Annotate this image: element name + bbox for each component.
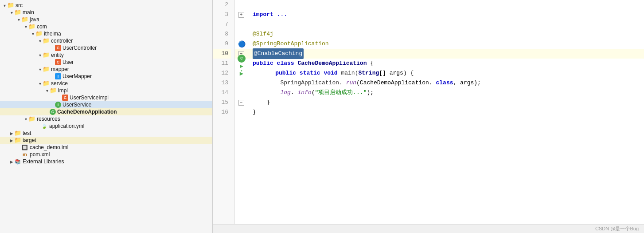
gutter-3[interactable]: +: [235, 10, 248, 20]
tree-item-applicationyml[interactable]: 🍃 application.yml: [0, 122, 212, 130]
type-string: String: [358, 68, 379, 78]
tree-item-test[interactable]: ▶ 📁 test: [0, 130, 212, 137]
import-dots: ...: [277, 10, 287, 20]
tree-label-cachedemoapplication: CacheDemoApplication: [57, 109, 117, 115]
tree-arrow-src[interactable]: ▾: [2, 3, 7, 8]
line-num-8: 8: [213, 29, 231, 39]
tree-arrow-service[interactable]: ▾: [37, 81, 43, 86]
line-num-3: 3: [213, 10, 231, 20]
tree-arrow-com[interactable]: ▾: [23, 24, 28, 29]
tree-label-pomxml: pom.xml: [30, 151, 50, 158]
tree-item-com[interactable]: ▾ 📁 com: [0, 23, 212, 30]
log-end: );: [367, 88, 374, 98]
gutter-11[interactable]: C ▶ ▾: [235, 59, 248, 68]
run-icon-12[interactable]: ▶: [240, 70, 243, 77]
tree-item-cachedemoapplication[interactable]: C CacheDemoApplication: [0, 108, 212, 115]
class-icon-userserviceimpl: C: [62, 95, 68, 101]
tree-arrow-entity[interactable]: ▾: [37, 53, 43, 58]
tree-arrow-impl[interactable]: ▾: [44, 88, 50, 93]
gutter-16: [235, 107, 248, 117]
kw-public-12: public: [262, 68, 300, 78]
tree-arrow-java[interactable]: ▾: [16, 17, 21, 22]
line-num-2: 2: [213, 0, 231, 10]
tree-item-usercontroller[interactable]: C UserController: [0, 44, 212, 51]
tree-arrow-main[interactable]: ▾: [9, 10, 14, 15]
folder-icon-extlib: 📚: [14, 158, 21, 165]
tree-label-userserviceimpl: UserServiceImpl: [70, 95, 109, 101]
folder-icon-service: 📁: [43, 80, 50, 87]
tree-item-cachedemo-iml[interactable]: 🔲 cache_demo.iml: [0, 144, 212, 151]
line-num-13: 13: [213, 78, 231, 88]
tree-item-controller[interactable]: ▾ 📁 controller: [0, 37, 212, 44]
gutter-12[interactable]: ▶: [235, 68, 248, 78]
tree-arrow-test[interactable]: ▶: [9, 131, 14, 136]
tree-label-cachedemoiml: cache_demo.iml: [30, 144, 68, 150]
code-line-10: @EnableCaching: [248, 49, 644, 59]
close-brace-15: }: [253, 98, 270, 107]
folder-icon-test: 📁: [14, 130, 21, 136]
maven-icon: m: [21, 151, 28, 158]
tree-arrow-itheima[interactable]: ▾: [30, 32, 35, 36]
gutter-15[interactable]: −: [235, 98, 248, 107]
annotation-springboot: @SpringBootApplication: [253, 39, 329, 49]
yaml-icon: 🍃: [41, 123, 48, 129]
class-icon-userservice: I: [55, 102, 61, 108]
tree-item-userservice[interactable]: I UserService: [0, 101, 212, 108]
tree-arrow-resources[interactable]: ▾: [23, 117, 28, 122]
method-main: main(: [341, 68, 358, 78]
line-num-9: 9: [213, 39, 231, 49]
class-icon-usercontroller: C: [55, 45, 61, 51]
tree-label-main: main: [23, 9, 34, 16]
kw-class-11: class: [277, 59, 298, 68]
line-num-16: 16: [213, 107, 231, 117]
tree-item-itheima[interactable]: ▾ 📁 itheima: [0, 30, 212, 37]
folder-icon-resources: 📁: [28, 116, 35, 122]
run-args-end: , args);: [453, 78, 481, 88]
tree-label-user: User: [62, 59, 74, 65]
arr-bracket: [] args) {: [379, 68, 414, 78]
line-num-7: 7: [213, 20, 231, 29]
gutter-7: [235, 20, 248, 29]
tree-item-main[interactable]: ▾ 📁 main: [0, 9, 212, 16]
fold-icon-3[interactable]: +: [238, 12, 244, 18]
line-numbers: 2 3 7 8 9 10 11 12 13 14 15 16: [213, 0, 235, 224]
code-line-11: public class CacheDemoApplication {: [248, 59, 644, 68]
log-dot: .: [291, 88, 298, 98]
tree-arrow-controller[interactable]: ▾: [37, 39, 43, 43]
line-num-12: 12: [213, 68, 231, 78]
tree-arrow-target[interactable]: ▶: [9, 138, 14, 143]
tree-label-usercontroller: UserController: [62, 45, 97, 51]
tree-item-mapper[interactable]: ▾ 📁 mapper: [0, 66, 212, 73]
file-tree[interactable]: ▾ 📁 src ▾ 📁 main ▾ 📁 java ▾ 📁 com ▾ 📁 it…: [0, 0, 213, 233]
tree-item-userserviceimpl[interactable]: C UserServiceImpl: [0, 94, 212, 101]
tree-label-mapper: mapper: [51, 66, 69, 72]
tree-item-pomxml[interactable]: m pom.xml: [0, 151, 212, 158]
tree-item-impl[interactable]: ▾ 📁 impl: [0, 87, 212, 94]
tree-label-java: java: [30, 16, 39, 23]
code-line-9: @SpringBootApplication: [248, 39, 644, 49]
tree-arrow-mapper[interactable]: ▾: [37, 67, 43, 72]
gutter-13: [235, 78, 248, 88]
kw-import: import: [253, 10, 277, 20]
tree-item-java[interactable]: ▾ 📁 java: [0, 16, 212, 23]
tree-item-src[interactable]: ▾ 📁 src: [0, 2, 212, 9]
tree-label-usermapper: UserMapper: [62, 73, 92, 79]
line-num-11: 11: [213, 59, 231, 68]
tree-item-resources[interactable]: ▾ 📁 resources: [0, 115, 212, 122]
tree-label-entity: entity: [51, 52, 64, 58]
tree-item-target[interactable]: ▶ 📁 target: [0, 137, 212, 144]
tree-item-entity[interactable]: ▾ 📁 entity: [0, 51, 212, 59]
tree-item-external-libraries[interactable]: ▶ 📚 External Libraries: [0, 158, 212, 165]
spring-icon[interactable]: C: [238, 55, 246, 63]
tree-arrow-ext-libs[interactable]: ▶: [9, 159, 14, 164]
code-line-15: }: [248, 98, 644, 107]
annotation-enablecaching: @EnableCaching: [253, 48, 304, 59]
fold-icon-15[interactable]: −: [238, 100, 244, 106]
tree-item-user[interactable]: C User: [0, 59, 212, 66]
class-icon-user: C: [55, 59, 61, 65]
tree-item-service[interactable]: ▾ 📁 service: [0, 80, 212, 87]
log-string: "项目启动成功...": [315, 88, 367, 98]
tree-item-usermapper[interactable]: I UserMapper: [0, 73, 212, 80]
tree-label-itheima: itheima: [44, 31, 61, 37]
code-area[interactable]: import ... @Slf4j @SpringBootApplication…: [248, 0, 644, 224]
